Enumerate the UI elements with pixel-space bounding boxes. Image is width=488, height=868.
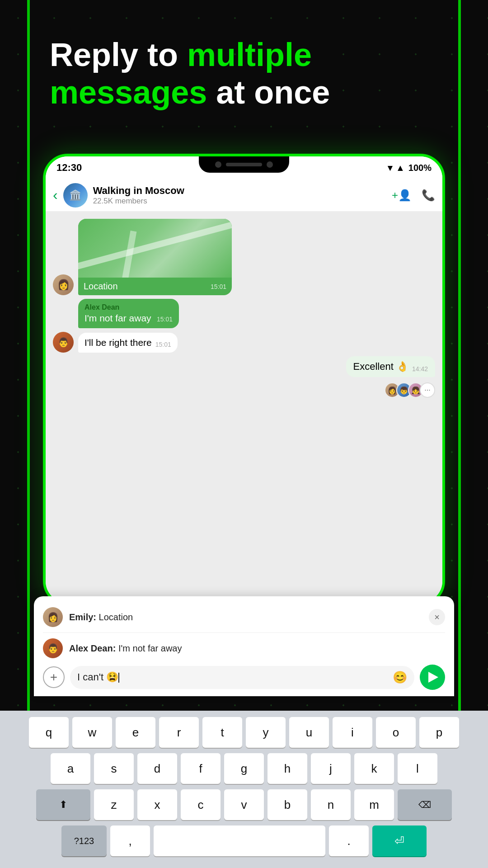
reply-emily-name: Emily: (69, 612, 96, 622)
key-g[interactable]: g (224, 753, 264, 784)
chat-body: 👩 Location 15:01 (46, 212, 442, 603)
notch (199, 156, 289, 173)
battery-icon: 100% (408, 163, 432, 173)
reply-alex-text: Alex Dean: I'm not far away (69, 643, 182, 654)
key-return[interactable]: ⏎ (372, 826, 427, 856)
key-m[interactable]: m (354, 789, 394, 820)
status-time: 12:30 (56, 162, 82, 174)
reply-emily-text: Emily: Location (69, 612, 133, 623)
map-preview (78, 219, 232, 278)
key-b[interactable]: b (267, 789, 307, 820)
alex-time: 15:01 (157, 316, 173, 323)
status-icons: ▾ ▲ 100% (388, 162, 432, 173)
chat-actions: +👤 📞 (392, 189, 435, 202)
call-icon[interactable]: 📞 (422, 189, 435, 202)
key-s[interactable]: s (94, 753, 134, 784)
key-d[interactable]: d (137, 753, 177, 784)
alex-message-row: Alex Dean I'm not far away 15:01 (78, 299, 435, 328)
outgoing-text: Excellent 👌 (353, 361, 408, 373)
keyboard-row-4: ?123 , . ⏎ (5, 826, 483, 856)
reaction-more: ··· (420, 382, 435, 398)
key-w[interactable]: w (72, 717, 112, 748)
notch-dot (215, 161, 221, 168)
key-h[interactable]: h (267, 753, 307, 784)
text-input-area[interactable]: I can't 😫 😊 (70, 666, 414, 689)
key-numeric[interactable]: ?123 (61, 826, 107, 856)
send-icon (428, 672, 438, 683)
send-button[interactable] (420, 665, 445, 690)
key-l[interactable]: l (398, 753, 437, 784)
chat-header: ‹ 🏛️ Walking in Moscow 22.5K members +👤 … (46, 179, 442, 212)
group-avatar: 🏛️ (63, 183, 88, 208)
key-space[interactable] (154, 826, 325, 856)
location-message: 👩 Location 15:01 (53, 219, 435, 295)
notch-bar (226, 163, 262, 166)
signal-icon: ▲ (396, 163, 405, 173)
headline-white-once: at once (207, 74, 330, 110)
male-avatar: 👨 (53, 332, 74, 353)
location-label-text: Location (84, 281, 118, 292)
outgoing-time: 14:42 (412, 365, 428, 373)
key-z[interactable]: z (94, 789, 134, 820)
white-text: I'll be right there (84, 337, 152, 348)
key-e[interactable]: e (116, 717, 155, 748)
key-r[interactable]: r (159, 717, 199, 748)
emoji-button[interactable]: 😊 (393, 670, 407, 684)
alex-text: I'm not far away (84, 313, 151, 323)
keyboard-row-3: ⬆ z x c v b n m ⌫ (5, 789, 483, 820)
key-period[interactable]: . (329, 826, 369, 856)
add-member-icon[interactable]: +👤 (392, 189, 412, 202)
key-a[interactable]: a (51, 753, 90, 784)
group-name: Walking in Moscow (93, 185, 386, 197)
white-message-row: 👨 I'll be right there 15:01 (53, 332, 435, 353)
key-q[interactable]: q (29, 717, 69, 748)
key-y[interactable]: y (246, 717, 286, 748)
outgoing-bubble: Excellent 👌 14:42 (346, 356, 435, 377)
key-delete[interactable]: ⌫ (398, 789, 452, 820)
key-u[interactable]: u (289, 717, 329, 748)
reply-close-button[interactable]: × (429, 609, 445, 625)
reply-alex-message: I'm not far away (116, 643, 182, 653)
key-shift[interactable]: ⬆ (36, 789, 90, 820)
wifi-icon: ▾ (388, 162, 392, 173)
key-n[interactable]: n (311, 789, 351, 820)
input-row: + I can't 😫 😊 (43, 665, 445, 690)
emily-avatar: 👩 (53, 274, 74, 295)
reply-item-alex: 👨 Alex Dean: I'm not far away (43, 636, 445, 661)
key-k[interactable]: k (354, 753, 394, 784)
key-comma[interactable]: , (110, 826, 150, 856)
keyboard-row-2: a s d f g h j k l (5, 753, 483, 784)
white-time: 15:01 (155, 341, 171, 348)
headline-green-multiple: multiple (187, 37, 312, 73)
keyboard: q w e r t y u i o p a s d f g h j k l ⬆ … (0, 711, 488, 868)
shift-icon: ⬆ (59, 799, 67, 811)
group-info: Walking in Moscow 22.5K members (93, 185, 386, 206)
back-button[interactable]: ‹ (53, 187, 58, 203)
alex-sender: Alex Dean (84, 303, 173, 311)
return-icon: ⏎ (394, 834, 404, 848)
status-bar: 12:30 ▾ ▲ 100% (46, 156, 442, 179)
key-f[interactable]: f (181, 753, 221, 784)
key-i[interactable]: i (333, 717, 372, 748)
headline-white: Reply to (50, 37, 187, 73)
key-c[interactable]: c (181, 789, 221, 820)
key-v[interactable]: v (224, 789, 264, 820)
reply-item-emily: 👩 Emily: Location × (43, 604, 445, 630)
key-x[interactable]: x (137, 789, 177, 820)
plus-button[interactable]: + (43, 666, 65, 688)
delete-icon: ⌫ (418, 799, 431, 810)
phone-mockup: 12:30 ▾ ▲ 100% ‹ 🏛️ Walking in Moscow 22… (43, 154, 445, 606)
location-time: 15:01 (211, 283, 226, 290)
notch-dot2 (267, 161, 273, 168)
key-o[interactable]: o (376, 717, 416, 748)
reply-divider (43, 632, 445, 633)
group-members: 22.5K members (93, 197, 386, 206)
key-t[interactable]: t (202, 717, 242, 748)
key-p[interactable]: p (419, 717, 459, 748)
outgoing-message-row: Excellent 👌 14:42 (53, 356, 435, 377)
alex-bubble: Alex Dean I'm not far away 15:01 (78, 299, 179, 328)
reactions-row: 👩 👦 👧 ··· (53, 382, 435, 398)
headline: Reply to multiple messages at once (50, 36, 438, 111)
header-section: Reply to multiple messages at once (50, 36, 438, 111)
key-j[interactable]: j (311, 753, 351, 784)
